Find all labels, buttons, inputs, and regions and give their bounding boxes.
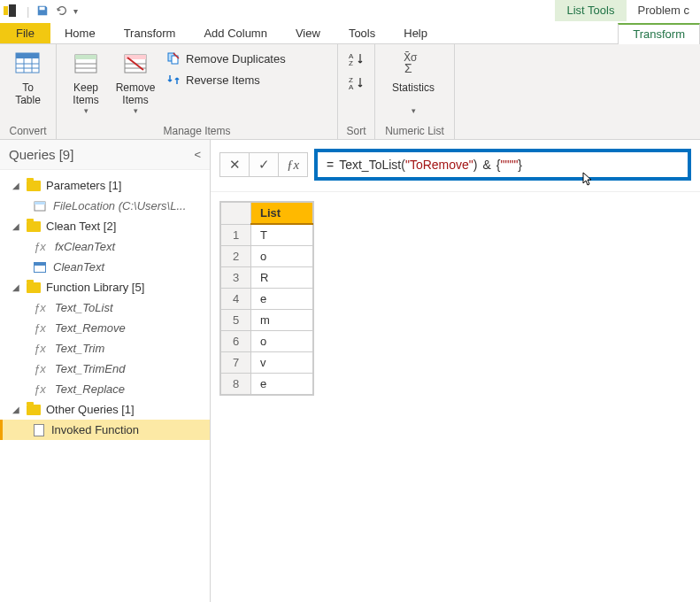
table-row[interactable]: 3R bbox=[221, 267, 313, 289]
table-row[interactable]: 1T bbox=[221, 224, 313, 246]
row-number[interactable]: 1 bbox=[221, 224, 251, 246]
formula-amp: & bbox=[482, 158, 490, 172]
row-number[interactable]: 7 bbox=[221, 352, 251, 374]
query-item[interactable]: CleanText bbox=[0, 257, 210, 277]
cell-value[interactable]: o bbox=[251, 246, 313, 267]
formula-func: Text_ToList bbox=[339, 158, 401, 172]
folder-icon bbox=[27, 282, 41, 293]
query-group[interactable]: ◢Function Library [5] bbox=[0, 277, 210, 297]
cancel-formula-button[interactable]: ✕ bbox=[219, 152, 250, 177]
window-title: Problem c bbox=[627, 0, 700, 21]
row-number[interactable]: 2 bbox=[221, 246, 251, 267]
query-item[interactable]: FileLocation (C:\Users\L... bbox=[0, 196, 210, 216]
to-table-button[interactable]: To Table bbox=[7, 48, 49, 106]
collapse-pane-icon[interactable]: < bbox=[194, 148, 201, 161]
formula-bar: ✕ ✓ ƒx = Text_ToList("ToRemove") & {""""… bbox=[211, 140, 700, 192]
row-number[interactable]: 8 bbox=[221, 374, 251, 395]
keep-items-icon bbox=[72, 50, 100, 78]
app-logo-icon bbox=[4, 4, 18, 18]
cell-value[interactable]: o bbox=[251, 331, 313, 352]
tab-help[interactable]: Help bbox=[389, 23, 442, 43]
remove-items-button[interactable]: Remove Items▾ bbox=[113, 48, 158, 115]
tab-tools[interactable]: Tools bbox=[335, 23, 389, 43]
grid-col-header[interactable]: List bbox=[251, 203, 313, 225]
reverse-items-button[interactable]: Reverse Items bbox=[163, 71, 289, 89]
query-group[interactable]: ◢Clean Text [2] bbox=[0, 216, 210, 236]
table-row[interactable]: 6o bbox=[221, 331, 313, 352]
tab-transform[interactable]: Transform bbox=[110, 23, 190, 43]
remove-duplicates-button[interactable]: Remove Duplicates bbox=[163, 50, 289, 67]
tab-home[interactable]: Home bbox=[50, 23, 110, 43]
sort-desc-button[interactable]: ZA bbox=[348, 75, 365, 94]
tab-list-transform[interactable]: Transform bbox=[618, 23, 700, 44]
svg-text:A: A bbox=[349, 83, 354, 91]
query-item-label: Invoked Function bbox=[51, 423, 139, 436]
tab-add-column[interactable]: Add Column bbox=[189, 23, 281, 43]
group-convert-label: Convert bbox=[7, 123, 49, 137]
folder-icon bbox=[27, 181, 41, 191]
accept-formula-button[interactable]: ✓ bbox=[249, 152, 279, 177]
cell-value[interactable]: R bbox=[251, 267, 313, 289]
reverse-items-icon bbox=[166, 73, 181, 87]
cursor-icon bbox=[582, 172, 595, 188]
function-icon: ƒx bbox=[34, 342, 48, 355]
function-icon: ƒx bbox=[34, 240, 48, 253]
tab-view[interactable]: View bbox=[281, 23, 335, 43]
remove-items-label: Remove Items bbox=[116, 81, 156, 106]
queries-pane: Queries [9] < ◢Parameters [1]FileLocatio… bbox=[0, 140, 211, 602]
query-item[interactable]: ƒxText_TrimEnd bbox=[0, 359, 210, 379]
cell-value[interactable]: v bbox=[251, 352, 313, 374]
query-group[interactable]: ◢Other Queries [1] bbox=[0, 399, 210, 420]
statistics-button[interactable]: X̄σΣ Statistics▾ bbox=[382, 48, 444, 115]
undo-icon[interactable] bbox=[54, 3, 70, 19]
folder-icon bbox=[27, 405, 41, 415]
query-item-label: CleanText bbox=[53, 260, 104, 274]
function-icon: ƒx bbox=[34, 382, 48, 396]
function-icon: ƒx bbox=[34, 321, 48, 335]
query-item[interactable]: ƒxText_Remove bbox=[0, 318, 210, 338]
formula-input[interactable]: = Text_ToList("ToRemove") & {""""} bbox=[314, 149, 691, 181]
query-item[interactable]: Invoked Function bbox=[0, 420, 210, 440]
ribbon: To Table Convert Keep Items▾ Remove Item… bbox=[0, 44, 700, 140]
table-row[interactable]: 4e bbox=[221, 289, 313, 310]
result-grid[interactable]: List 1T2o3R4e5m6o7v8e bbox=[219, 201, 314, 396]
table-row[interactable]: 7v bbox=[221, 352, 313, 374]
expand-icon: ◢ bbox=[12, 181, 21, 190]
queries-tree: ◢Parameters [1]FileLocation (C:\Users\L.… bbox=[0, 170, 210, 445]
keep-items-button[interactable]: Keep Items▾ bbox=[64, 48, 108, 115]
query-group[interactable]: ◢Parameters [1] bbox=[0, 175, 210, 196]
row-number[interactable]: 3 bbox=[221, 267, 251, 289]
to-table-label: To Table bbox=[15, 81, 41, 106]
expand-icon: ◢ bbox=[12, 221, 21, 231]
group-manage-label: Manage Items bbox=[64, 123, 330, 137]
save-icon[interactable] bbox=[35, 3, 50, 19]
row-number[interactable]: 4 bbox=[221, 289, 251, 310]
main-area: ✕ ✓ ƒx = Text_ToList("ToRemove") & {""""… bbox=[211, 140, 700, 602]
query-item[interactable]: ƒxfxCleanText bbox=[0, 236, 210, 257]
queries-header: Queries [9] bbox=[9, 147, 73, 162]
cell-value[interactable]: e bbox=[251, 374, 313, 395]
group-label: Function Library [5] bbox=[46, 281, 144, 294]
svg-rect-1 bbox=[16, 53, 39, 58]
cell-value[interactable]: m bbox=[251, 310, 313, 331]
query-item[interactable]: ƒxText_Replace bbox=[0, 379, 210, 399]
query-item-label: Text_Trim bbox=[55, 342, 104, 355]
grid-corner[interactable] bbox=[221, 203, 251, 225]
cell-value[interactable]: T bbox=[251, 224, 313, 246]
keep-items-label: Keep Items bbox=[73, 81, 98, 106]
sort-asc-button[interactable]: AZ bbox=[348, 51, 365, 70]
tab-file[interactable]: File bbox=[0, 23, 50, 43]
table-row[interactable]: 2o bbox=[221, 246, 313, 267]
row-number[interactable]: 6 bbox=[221, 331, 251, 352]
table-row[interactable]: 5m bbox=[221, 310, 313, 331]
group-label: Other Queries [1] bbox=[46, 403, 135, 416]
fx-icon[interactable]: ƒx bbox=[278, 152, 308, 177]
ribbon-tabstrip: File Home Transform Add Column View Tool… bbox=[0, 21, 700, 44]
table-row[interactable]: 8e bbox=[221, 374, 313, 395]
svg-rect-7 bbox=[75, 55, 96, 59]
cell-value[interactable]: e bbox=[251, 289, 313, 310]
query-item[interactable]: ƒxText_ToList bbox=[0, 297, 210, 318]
row-number[interactable]: 5 bbox=[221, 310, 251, 331]
query-item[interactable]: ƒxText_Trim bbox=[0, 338, 210, 359]
qat-customize-icon[interactable]: ▾ bbox=[73, 6, 78, 16]
